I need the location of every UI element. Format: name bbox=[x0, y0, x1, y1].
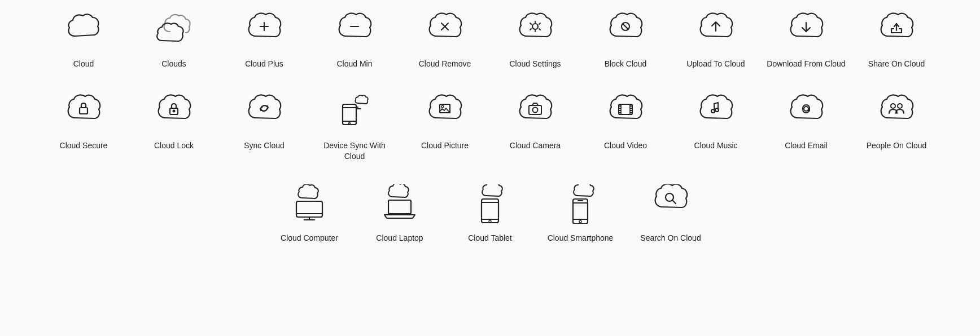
cloud-secure-label: Cloud Secure bbox=[60, 140, 108, 151]
icon-cloud-music[interactable]: Cloud Music bbox=[671, 82, 761, 174]
svg-rect-41 bbox=[296, 201, 322, 217]
share-on-cloud-label: Share On Cloud bbox=[868, 59, 925, 69]
device-sync-with-cloud-label: Device Sync With Cloud bbox=[315, 140, 394, 162]
cloud-smartphone-icon bbox=[561, 184, 600, 224]
icon-upload-to-cloud[interactable]: Upload To Cloud bbox=[671, 0, 761, 82]
cloud-plus-icon bbox=[244, 10, 284, 50]
row-2: Cloud Secure Cloud Lock Sync Cloud bbox=[0, 82, 980, 174]
clouds-icon bbox=[154, 10, 194, 50]
row-3: Cloud Computer Cloud Laptop bbox=[0, 174, 980, 256]
icon-cloud-tablet[interactable]: Cloud Tablet bbox=[445, 174, 535, 256]
icon-cloud-laptop[interactable]: Cloud Laptop bbox=[355, 174, 445, 256]
icon-cloud-min[interactable]: Cloud Min bbox=[309, 0, 400, 82]
cloud-laptop-label: Cloud Laptop bbox=[376, 233, 423, 244]
cloud-settings-label: Cloud Settings bbox=[509, 59, 561, 69]
cloud-plus-label: Cloud Plus bbox=[245, 59, 283, 69]
cloud-min-label: Cloud Min bbox=[336, 59, 372, 69]
svg-point-19 bbox=[441, 105, 444, 108]
svg-rect-45 bbox=[388, 200, 411, 214]
cloud-icon bbox=[64, 10, 103, 50]
svg-line-35 bbox=[714, 103, 718, 104]
svg-rect-11 bbox=[80, 108, 88, 114]
download-from-cloud-icon bbox=[786, 10, 826, 50]
icon-share-on-cloud[interactable]: Share On Cloud bbox=[851, 0, 942, 82]
icon-cloud-email[interactable]: Cloud Email bbox=[761, 82, 851, 174]
cloud-smartphone-label: Cloud Smartphone bbox=[548, 233, 614, 244]
sync-cloud-icon bbox=[244, 92, 284, 131]
cloud-email-label: Cloud Email bbox=[785, 140, 827, 151]
cloud-music-label: Cloud Music bbox=[694, 140, 737, 151]
cloud-computer-icon bbox=[290, 184, 329, 224]
icon-cloud-smartphone[interactable]: Cloud Smartphone bbox=[535, 174, 625, 256]
icon-cloud-computer[interactable]: Cloud Computer bbox=[264, 174, 355, 256]
people-on-cloud-icon bbox=[877, 92, 916, 131]
cloud-label: Cloud bbox=[73, 59, 94, 69]
svg-point-49 bbox=[489, 220, 491, 223]
icon-grid-container: Cloud Clouds Cloud Plus bbox=[0, 0, 980, 256]
device-sync-with-cloud-icon bbox=[335, 92, 374, 131]
sync-cloud-label: Sync Cloud bbox=[244, 140, 285, 151]
svg-rect-20 bbox=[529, 105, 541, 114]
svg-line-7 bbox=[623, 24, 628, 29]
clouds-label: Clouds bbox=[161, 59, 186, 69]
cloud-lock-label: Cloud Lock bbox=[154, 140, 194, 151]
upload-to-cloud-label: Upload To Cloud bbox=[686, 59, 745, 69]
block-cloud-icon bbox=[606, 10, 645, 50]
cloud-picture-label: Cloud Picture bbox=[421, 140, 469, 151]
row-1: Cloud Clouds Cloud Plus bbox=[0, 0, 980, 82]
svg-point-21 bbox=[533, 107, 538, 112]
cloud-tablet-icon bbox=[470, 184, 510, 224]
icon-cloud-camera[interactable]: Cloud Camera bbox=[490, 82, 580, 174]
cloud-video-label: Cloud Video bbox=[604, 140, 647, 151]
cloud-video-icon bbox=[606, 92, 645, 131]
svg-point-37 bbox=[715, 108, 719, 112]
search-on-cloud-icon bbox=[651, 184, 690, 224]
cloud-secure-icon bbox=[64, 92, 103, 131]
cloud-lock-icon bbox=[154, 92, 194, 131]
icon-cloud-video[interactable]: Cloud Video bbox=[580, 82, 671, 174]
icon-cloud-plus[interactable]: Cloud Plus bbox=[219, 0, 309, 82]
icon-download-from-cloud[interactable]: Download From Cloud bbox=[761, 0, 851, 82]
svg-line-56 bbox=[672, 200, 676, 204]
icon-clouds[interactable]: Clouds bbox=[129, 0, 219, 82]
icon-cloud-remove[interactable]: Cloud Remove bbox=[400, 0, 490, 82]
icon-device-sync-with-cloud[interactable]: Device Sync With Cloud bbox=[309, 82, 400, 174]
icon-cloud-lock[interactable]: Cloud Lock bbox=[129, 82, 219, 174]
cloud-computer-label: Cloud Computer bbox=[281, 233, 338, 244]
upload-to-cloud-icon bbox=[696, 10, 736, 50]
svg-point-17 bbox=[349, 122, 351, 124]
svg-point-38 bbox=[804, 107, 808, 111]
icon-people-on-cloud[interactable]: People On Cloud bbox=[851, 82, 942, 174]
share-on-cloud-icon bbox=[877, 10, 916, 50]
download-from-cloud-label: Download From Cloud bbox=[767, 59, 845, 69]
cloud-email-icon bbox=[786, 92, 826, 131]
icon-cloud[interactable]: Cloud bbox=[38, 0, 129, 82]
svg-point-40 bbox=[898, 104, 902, 108]
cloud-camera-icon bbox=[515, 92, 555, 131]
icon-block-cloud[interactable]: Block Cloud bbox=[580, 0, 671, 82]
svg-point-13 bbox=[173, 110, 175, 112]
cloud-tablet-label: Cloud Tablet bbox=[468, 233, 512, 244]
search-on-cloud-label: Search On Cloud bbox=[640, 233, 701, 244]
icon-sync-cloud[interactable]: Sync Cloud bbox=[219, 82, 309, 174]
people-on-cloud-label: People On Cloud bbox=[867, 140, 927, 151]
cloud-music-icon bbox=[696, 92, 736, 131]
icon-cloud-secure[interactable]: Cloud Secure bbox=[38, 82, 129, 174]
icon-cloud-picture[interactable]: Cloud Picture bbox=[400, 82, 490, 174]
cloud-settings-icon bbox=[515, 10, 555, 50]
cloud-laptop-icon bbox=[380, 184, 419, 224]
cloud-min-icon bbox=[335, 10, 374, 50]
cloud-camera-label: Cloud Camera bbox=[510, 140, 561, 151]
icon-search-on-cloud[interactable]: Search On Cloud bbox=[625, 174, 716, 256]
svg-point-5 bbox=[532, 24, 538, 29]
svg-point-39 bbox=[891, 104, 895, 108]
cloud-remove-icon bbox=[425, 10, 465, 50]
cloud-picture-icon bbox=[425, 92, 465, 131]
block-cloud-label: Block Cloud bbox=[605, 59, 647, 69]
icon-cloud-settings[interactable]: Cloud Settings bbox=[490, 0, 580, 82]
svg-point-53 bbox=[579, 220, 581, 223]
cloud-remove-label: Cloud Remove bbox=[419, 59, 471, 69]
svg-point-36 bbox=[711, 109, 715, 113]
